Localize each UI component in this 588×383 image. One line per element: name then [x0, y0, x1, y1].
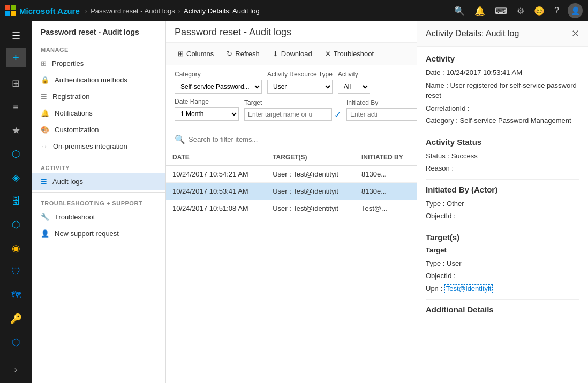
- rp-divider-4: [426, 299, 579, 300]
- sidebar-item-registration[interactable]: ☰ Registration: [32, 88, 165, 105]
- sidebar-icon-azuread[interactable]: ⬡: [3, 214, 29, 235]
- sidebar-item-properties[interactable]: ⊞ Properties: [32, 55, 165, 72]
- breadcrumb-2: Activity Details: Audit log: [184, 7, 260, 15]
- breadcrumb-1[interactable]: Password reset - Audit logs: [91, 7, 175, 15]
- rp-date: Date : 10/24/2017 10:53:41 AM: [426, 67, 579, 78]
- sidebar-icon-keys[interactable]: 🔑: [3, 308, 29, 330]
- sidebar-icon-app-services[interactable]: ◈: [3, 167, 29, 188]
- troubleshoot-label: Troubleshoot: [55, 213, 95, 221]
- hamburger-menu[interactable]: ☰: [7, 26, 25, 46]
- right-panel-title: Activity Details: Audit log: [426, 29, 519, 39]
- cloud-shell-icon-btn[interactable]: ⌨: [494, 5, 508, 17]
- sidebar-icon-map[interactable]: 🗺: [3, 285, 29, 306]
- troubleshoot-button[interactable]: ✕ Troubleshoot: [320, 47, 379, 60]
- actor-section-title: Initiated By (Actor): [426, 185, 579, 194]
- table-row[interactable]: 10/24/2017 10:53:41 AM User : Test@ident…: [166, 183, 417, 200]
- toolbar: ⊞ Columns ↻ Refresh ⬇ Download ✕ Trouble…: [166, 43, 417, 65]
- page-title: Password reset - Audit logs: [166, 21, 417, 43]
- col-targets: TARGET(S): [266, 149, 355, 166]
- category-label: Category: [175, 71, 262, 78]
- columns-button[interactable]: ⊞ Columns: [172, 47, 219, 60]
- sidebar-item-onprem[interactable]: ↔ On-premises integration: [32, 138, 165, 155]
- notifications-icon: 🔔: [41, 109, 49, 117]
- table-row[interactable]: 10/24/2017 10:51:08 AM User : Test@ident…: [166, 200, 417, 217]
- sidebar-icon-favorites[interactable]: ★: [3, 120, 29, 141]
- sidebar-expand-btn[interactable]: ›: [10, 361, 21, 379]
- rp-divider-3: [426, 227, 579, 227]
- troubleshoot-toolbar-icon: ✕: [325, 50, 331, 58]
- rp-correlation: CorrelationId :: [426, 103, 579, 114]
- sidebar-item-troubleshoot[interactable]: 🔧 Troubleshoot: [32, 209, 165, 225]
- rp-target-type: Type : User: [426, 258, 579, 269]
- manage-section-label: MANAGE: [32, 41, 165, 55]
- filter-area: Category Self-service Password... Activi…: [166, 65, 417, 131]
- rp-name: Name : User registered for self-service …: [426, 80, 579, 101]
- rp-reason: Reason :: [426, 163, 579, 174]
- notifications-icon-btn[interactable]: 🔔: [473, 5, 486, 17]
- support-label: New support request: [55, 229, 119, 238]
- troubleshoot-section-label: TROUBLESHOOTING + SUPPORT: [32, 195, 165, 209]
- col-initiated: INITIATED BY: [355, 149, 417, 166]
- main-layout: ☰ + ⊞ ≡ ★ ⬡ ◈ 🗄 ⬡ ◉ 🛡 🗺 🔑 ⬡ › Password r…: [0, 21, 588, 383]
- columns-icon: ⊞: [178, 50, 184, 58]
- upn-label: Upn :: [426, 285, 442, 293]
- support-icon: 👤: [41, 229, 49, 238]
- category-filter: Category Self-service Password...: [175, 71, 262, 94]
- sidebar-icon-all-services[interactable]: ≡: [3, 96, 29, 118]
- table-row[interactable]: 10/24/2017 10:54:21 AM User : Test@ident…: [166, 166, 417, 183]
- avatar[interactable]: 👤: [568, 3, 583, 18]
- activity-section-title: Activity: [426, 54, 579, 63]
- activity-filter-label: Activity: [338, 71, 370, 78]
- columns-label: Columns: [186, 50, 214, 58]
- target-input[interactable]: [244, 108, 332, 121]
- brand-name: Microsoft Azure: [19, 6, 80, 16]
- refresh-label: Refresh: [235, 50, 260, 58]
- sidebar-icon-security[interactable]: 🛡: [3, 261, 29, 282]
- smiley-icon-btn[interactable]: 😊: [533, 5, 546, 17]
- rp-status: Status : Success: [426, 151, 579, 162]
- troubleshoot-icon: 🔧: [41, 213, 49, 221]
- sidebar-icon-resource-groups[interactable]: ⬡: [3, 143, 29, 165]
- upn-value[interactable]: Test@identityit: [444, 284, 493, 293]
- target-filter-label: Target: [244, 99, 341, 106]
- category-select[interactable]: Self-service Password...: [175, 80, 262, 94]
- target-subsection-title: Target: [426, 246, 579, 254]
- settings-icon-btn[interactable]: ⚙: [516, 5, 525, 17]
- target-filter: Target ✓: [244, 99, 341, 121]
- cell-targets: User : Test@identityit: [266, 200, 355, 217]
- help-icon-btn[interactable]: ?: [553, 5, 560, 17]
- nav-divider-2: [32, 192, 165, 193]
- sidebar-item-notifications[interactable]: 🔔 Notifications: [32, 105, 165, 121]
- right-panel-close-btn[interactable]: ✕: [571, 28, 579, 40]
- cell-initiated: 8130e...: [355, 183, 417, 200]
- activity-select[interactable]: All: [338, 80, 370, 94]
- search-icon-btn[interactable]: 🔍: [453, 5, 466, 17]
- initiated-input[interactable]: [346, 108, 417, 121]
- sidebar-icon-monitor[interactable]: ◉: [3, 238, 29, 259]
- brand: Microsoft Azure: [5, 5, 80, 16]
- sidebar-item-support[interactable]: 👤 New support request: [32, 225, 165, 242]
- refresh-button[interactable]: ↻ Refresh: [221, 47, 265, 60]
- audit-table: DATE TARGET(S) INITIATED BY 10/24/2017 1…: [166, 149, 417, 383]
- download-button[interactable]: ⬇ Download: [267, 47, 318, 60]
- nav-divider-1: [32, 157, 165, 157]
- resource-type-select[interactable]: User: [267, 80, 333, 94]
- sidebar-item-customization[interactable]: 🎨 Customization: [32, 121, 165, 138]
- target-check-icon: ✓: [334, 110, 341, 120]
- customization-icon: 🎨: [41, 126, 49, 134]
- cell-initiated: 8130e...: [355, 166, 417, 183]
- col-date: DATE: [166, 149, 266, 166]
- search-input[interactable]: [189, 135, 408, 143]
- cell-date: 10/24/2017 10:51:08 AM: [166, 200, 266, 217]
- sidebar-item-audit-logs[interactable]: ☰ Audit logs: [32, 173, 165, 190]
- sidebar-icon-dashboard[interactable]: ⊞: [3, 73, 29, 94]
- top-bar: Microsoft Azure › Password reset - Audit…: [0, 0, 588, 21]
- status-section-title: Activity Status: [426, 137, 579, 147]
- notifications-label: Notifications: [55, 109, 93, 117]
- sidebar-item-auth-methods[interactable]: 🔒 Authentication methods: [32, 72, 165, 88]
- rp-actor-objectid: ObjectId :: [426, 211, 579, 221]
- sidebar-icon-sql[interactable]: 🗄: [3, 190, 29, 212]
- date-range-select[interactable]: 1 Month 1 Week 1 Day: [175, 107, 239, 121]
- sidebar-icon-more[interactable]: ⬡: [3, 332, 29, 353]
- create-resource-btn[interactable]: +: [6, 48, 26, 67]
